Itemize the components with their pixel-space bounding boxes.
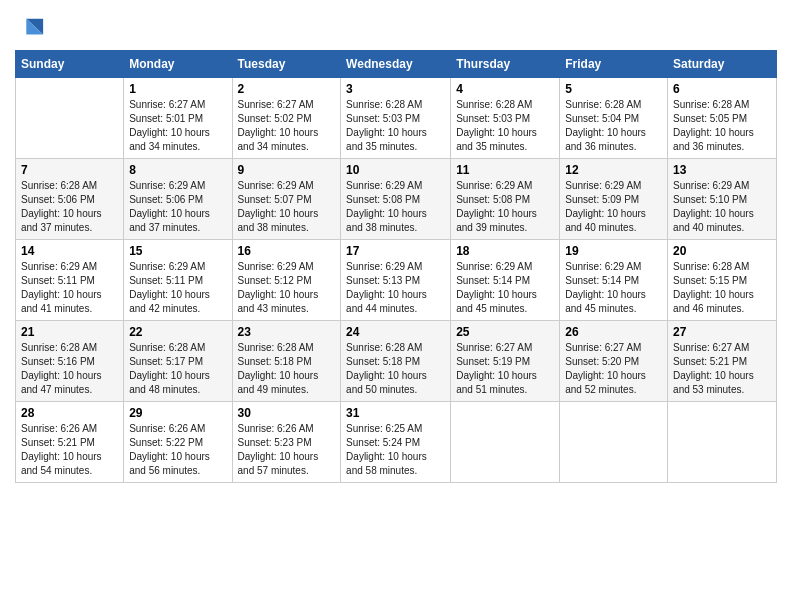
day-info: Sunrise: 6:29 AMSunset: 5:11 PMDaylight:…	[21, 260, 118, 316]
day-number: 8	[129, 163, 226, 177]
day-info: Sunrise: 6:29 AMSunset: 5:08 PMDaylight:…	[346, 179, 445, 235]
calendar-header: SundayMondayTuesdayWednesdayThursdayFrid…	[16, 51, 777, 78]
day-number: 17	[346, 244, 445, 258]
day-number: 24	[346, 325, 445, 339]
day-cell: 27Sunrise: 6:27 AMSunset: 5:21 PMDayligh…	[668, 321, 777, 402]
day-cell: 9Sunrise: 6:29 AMSunset: 5:07 PMDaylight…	[232, 159, 341, 240]
day-info: Sunrise: 6:29 AMSunset: 5:06 PMDaylight:…	[129, 179, 226, 235]
day-cell: 11Sunrise: 6:29 AMSunset: 5:08 PMDayligh…	[451, 159, 560, 240]
day-number: 12	[565, 163, 662, 177]
day-cell: 25Sunrise: 6:27 AMSunset: 5:19 PMDayligh…	[451, 321, 560, 402]
day-info: Sunrise: 6:29 AMSunset: 5:07 PMDaylight:…	[238, 179, 336, 235]
day-cell: 19Sunrise: 6:29 AMSunset: 5:14 PMDayligh…	[560, 240, 668, 321]
day-info: Sunrise: 6:28 AMSunset: 5:17 PMDaylight:…	[129, 341, 226, 397]
week-row-5: 28Sunrise: 6:26 AMSunset: 5:21 PMDayligh…	[16, 402, 777, 483]
day-number: 1	[129, 82, 226, 96]
day-info: Sunrise: 6:26 AMSunset: 5:22 PMDaylight:…	[129, 422, 226, 478]
day-number: 26	[565, 325, 662, 339]
day-number: 6	[673, 82, 771, 96]
day-info: Sunrise: 6:29 AMSunset: 5:08 PMDaylight:…	[456, 179, 554, 235]
day-cell: 1Sunrise: 6:27 AMSunset: 5:01 PMDaylight…	[124, 78, 232, 159]
day-info: Sunrise: 6:29 AMSunset: 5:14 PMDaylight:…	[565, 260, 662, 316]
logo-icon	[17, 14, 45, 42]
day-number: 19	[565, 244, 662, 258]
day-cell: 30Sunrise: 6:26 AMSunset: 5:23 PMDayligh…	[232, 402, 341, 483]
day-info: Sunrise: 6:29 AMSunset: 5:14 PMDaylight:…	[456, 260, 554, 316]
day-info: Sunrise: 6:27 AMSunset: 5:01 PMDaylight:…	[129, 98, 226, 154]
col-header-tuesday: Tuesday	[232, 51, 341, 78]
day-info: Sunrise: 6:28 AMSunset: 5:06 PMDaylight:…	[21, 179, 118, 235]
day-number: 4	[456, 82, 554, 96]
col-header-monday: Monday	[124, 51, 232, 78]
day-cell: 7Sunrise: 6:28 AMSunset: 5:06 PMDaylight…	[16, 159, 124, 240]
col-header-friday: Friday	[560, 51, 668, 78]
day-cell: 13Sunrise: 6:29 AMSunset: 5:10 PMDayligh…	[668, 159, 777, 240]
day-cell: 15Sunrise: 6:29 AMSunset: 5:11 PMDayligh…	[124, 240, 232, 321]
col-header-wednesday: Wednesday	[341, 51, 451, 78]
day-cell: 28Sunrise: 6:26 AMSunset: 5:21 PMDayligh…	[16, 402, 124, 483]
day-info: Sunrise: 6:28 AMSunset: 5:03 PMDaylight:…	[346, 98, 445, 154]
day-cell: 20Sunrise: 6:28 AMSunset: 5:15 PMDayligh…	[668, 240, 777, 321]
day-cell	[451, 402, 560, 483]
day-info: Sunrise: 6:29 AMSunset: 5:11 PMDaylight:…	[129, 260, 226, 316]
week-row-2: 7Sunrise: 6:28 AMSunset: 5:06 PMDaylight…	[16, 159, 777, 240]
day-cell: 16Sunrise: 6:29 AMSunset: 5:12 PMDayligh…	[232, 240, 341, 321]
day-info: Sunrise: 6:28 AMSunset: 5:15 PMDaylight:…	[673, 260, 771, 316]
day-info: Sunrise: 6:29 AMSunset: 5:12 PMDaylight:…	[238, 260, 336, 316]
logo	[15, 14, 45, 42]
day-cell: 5Sunrise: 6:28 AMSunset: 5:04 PMDaylight…	[560, 78, 668, 159]
day-cell	[668, 402, 777, 483]
day-cell: 21Sunrise: 6:28 AMSunset: 5:16 PMDayligh…	[16, 321, 124, 402]
day-info: Sunrise: 6:25 AMSunset: 5:24 PMDaylight:…	[346, 422, 445, 478]
day-cell: 2Sunrise: 6:27 AMSunset: 5:02 PMDaylight…	[232, 78, 341, 159]
day-cell: 3Sunrise: 6:28 AMSunset: 5:03 PMDaylight…	[341, 78, 451, 159]
col-header-sunday: Sunday	[16, 51, 124, 78]
calendar-table: SundayMondayTuesdayWednesdayThursdayFrid…	[15, 50, 777, 483]
day-number: 25	[456, 325, 554, 339]
header	[15, 10, 777, 42]
day-cell: 22Sunrise: 6:28 AMSunset: 5:17 PMDayligh…	[124, 321, 232, 402]
week-row-1: 1Sunrise: 6:27 AMSunset: 5:01 PMDaylight…	[16, 78, 777, 159]
day-info: Sunrise: 6:26 AMSunset: 5:23 PMDaylight:…	[238, 422, 336, 478]
day-number: 27	[673, 325, 771, 339]
day-info: Sunrise: 6:28 AMSunset: 5:18 PMDaylight:…	[238, 341, 336, 397]
day-info: Sunrise: 6:26 AMSunset: 5:21 PMDaylight:…	[21, 422, 118, 478]
day-number: 22	[129, 325, 226, 339]
day-number: 11	[456, 163, 554, 177]
day-number: 7	[21, 163, 118, 177]
day-cell: 8Sunrise: 6:29 AMSunset: 5:06 PMDaylight…	[124, 159, 232, 240]
day-info: Sunrise: 6:27 AMSunset: 5:20 PMDaylight:…	[565, 341, 662, 397]
day-cell: 31Sunrise: 6:25 AMSunset: 5:24 PMDayligh…	[341, 402, 451, 483]
day-number: 16	[238, 244, 336, 258]
day-number: 29	[129, 406, 226, 420]
day-number: 31	[346, 406, 445, 420]
day-info: Sunrise: 6:29 AMSunset: 5:09 PMDaylight:…	[565, 179, 662, 235]
day-cell: 18Sunrise: 6:29 AMSunset: 5:14 PMDayligh…	[451, 240, 560, 321]
day-cell: 23Sunrise: 6:28 AMSunset: 5:18 PMDayligh…	[232, 321, 341, 402]
day-info: Sunrise: 6:28 AMSunset: 5:04 PMDaylight:…	[565, 98, 662, 154]
day-info: Sunrise: 6:28 AMSunset: 5:16 PMDaylight:…	[21, 341, 118, 397]
day-number: 2	[238, 82, 336, 96]
day-cell: 24Sunrise: 6:28 AMSunset: 5:18 PMDayligh…	[341, 321, 451, 402]
day-cell	[16, 78, 124, 159]
day-number: 10	[346, 163, 445, 177]
day-info: Sunrise: 6:28 AMSunset: 5:03 PMDaylight:…	[456, 98, 554, 154]
day-info: Sunrise: 6:27 AMSunset: 5:21 PMDaylight:…	[673, 341, 771, 397]
day-number: 30	[238, 406, 336, 420]
day-cell: 12Sunrise: 6:29 AMSunset: 5:09 PMDayligh…	[560, 159, 668, 240]
day-info: Sunrise: 6:27 AMSunset: 5:19 PMDaylight:…	[456, 341, 554, 397]
day-number: 5	[565, 82, 662, 96]
day-info: Sunrise: 6:27 AMSunset: 5:02 PMDaylight:…	[238, 98, 336, 154]
day-number: 14	[21, 244, 118, 258]
day-info: Sunrise: 6:29 AMSunset: 5:13 PMDaylight:…	[346, 260, 445, 316]
day-cell: 4Sunrise: 6:28 AMSunset: 5:03 PMDaylight…	[451, 78, 560, 159]
day-info: Sunrise: 6:28 AMSunset: 5:05 PMDaylight:…	[673, 98, 771, 154]
day-cell: 26Sunrise: 6:27 AMSunset: 5:20 PMDayligh…	[560, 321, 668, 402]
week-row-3: 14Sunrise: 6:29 AMSunset: 5:11 PMDayligh…	[16, 240, 777, 321]
day-number: 20	[673, 244, 771, 258]
day-info: Sunrise: 6:28 AMSunset: 5:18 PMDaylight:…	[346, 341, 445, 397]
day-number: 13	[673, 163, 771, 177]
col-header-thursday: Thursday	[451, 51, 560, 78]
day-number: 23	[238, 325, 336, 339]
day-cell	[560, 402, 668, 483]
